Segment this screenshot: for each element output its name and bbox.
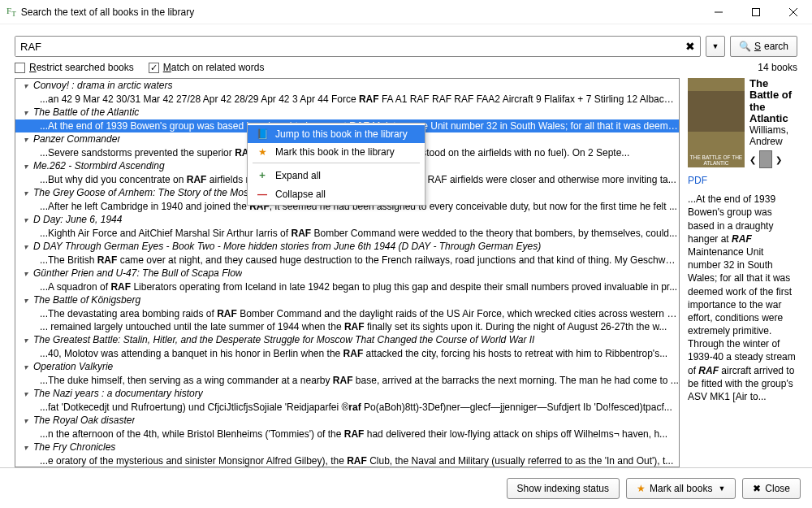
search-input[interactable] [15,37,680,56]
checkbox-icon: ✓ [149,63,159,73]
result-snippet[interactable]: ...40, Molotov was attending a banquet i… [15,347,679,360]
snippet-preview: ...At the end of 1939 Bowen's group was … [688,193,797,403]
ctx-mark-book[interactable]: ★Mark this book in the library [248,143,425,161]
details-panel: THE BATTLE OF THE ATLANTIC The Battle of… [688,78,797,467]
result-count-label: 14 books [758,62,797,73]
restrict-checkbox[interactable]: Restrict searched books [15,62,134,73]
disclosure-icon[interactable]: ▾ [24,133,33,146]
star-icon: ★ [256,146,269,158]
match-related-checkbox[interactable]: ✓ Match on related words [149,62,265,73]
result-snippet[interactable]: ...The devastating area bombing raids of… [15,307,679,320]
result-snippet[interactable]: ... remained largely untouched until the… [15,320,679,333]
disclosure-icon[interactable]: ▾ [24,80,33,93]
close-button[interactable] [775,0,812,24]
close-dialog-button[interactable]: ✖Close [742,478,801,499]
svg-rect-1 [753,8,760,15]
plus-icon: ＋ [256,168,269,182]
result-snippet[interactable]: ...A squadron of RAF Liberators operatin… [15,280,679,293]
mark-all-books-button[interactable]: ★Mark all books▼ [626,478,736,499]
disclosure-icon[interactable]: ▾ [24,334,33,347]
result-snippet[interactable]: ...The British RAF came over at night, a… [15,254,679,267]
book-node[interactable]: ▾The Greatest Battle: Stalin, Hitler, an… [15,333,679,347]
ctx-expand-all[interactable]: ＋Expand all [248,165,425,185]
app-icon: FT [6,6,16,18]
book-icon: 📘 [256,128,269,140]
search-button[interactable]: 🔍 SSearchearch [730,36,797,57]
star-icon: ★ [637,483,646,494]
results-tree[interactable]: ▾Convoy! : drama in arctic waters...an 4… [15,78,680,467]
disclosure-icon[interactable]: ▾ [24,160,33,173]
result-snippet[interactable]: ...Kighth Air Force and AitChief Marshal… [15,227,679,240]
result-snippet[interactable]: ...The duke himself, then serving as a w… [15,374,679,387]
book-node[interactable]: ▾Convoy! : drama in arctic waters [15,79,679,93]
book-node[interactable]: ▾The Royal Oak disaster [15,414,679,428]
ctx-collapse-all[interactable]: —Collapse all [248,185,425,203]
prev-cover-icon[interactable]: ❮ [749,155,756,164]
search-field-wrap: ✖ [15,36,701,57]
next-cover-icon[interactable]: ❯ [775,155,782,164]
result-snippet[interactable]: ...an 42 9 Mar 42 30/31 Mar 42 27/28 Apr… [15,93,679,106]
book-node[interactable]: ▾The Fry Chronicles [15,441,679,454]
disclosure-icon[interactable]: ▾ [24,106,33,119]
close-icon: ✖ [753,483,761,494]
window-title: Search the text of all books in the libr… [21,7,700,18]
chevron-down-icon: ▼ [711,42,719,50]
separator [253,163,420,163]
disclosure-icon[interactable]: ▾ [24,267,33,280]
checkbox-icon [15,63,25,73]
book-node[interactable]: ▾D Day: June 6, 1944 [15,213,679,227]
book-node[interactable]: ▾D DAY Through German Eyes - Book Two - … [15,240,679,254]
chevron-down-icon: ▼ [718,484,725,493]
search-button-accel: S [754,41,761,52]
format-link-pdf[interactable]: PDF [688,175,797,186]
disclosure-icon[interactable]: ▾ [24,187,33,200]
book-node[interactable]: ▾Operation Valkyrie [15,360,679,374]
disclosure-icon[interactable]: ▾ [24,241,33,254]
disclosure-icon[interactable]: ▾ [24,441,33,454]
disclosure-icon[interactable]: ▾ [24,294,33,307]
book-node[interactable]: ▾The Nazi years : a documentary history [15,387,679,401]
minimize-button[interactable] [700,0,737,24]
magnifier-icon: 🔍 [739,41,751,52]
clear-search-icon[interactable]: ✖ [680,37,700,56]
indexing-status-button[interactable]: Show indexing status [507,478,620,499]
ctx-jump-to-book[interactable]: 📘Jump to this book in the library [248,125,425,143]
context-menu: 📘Jump to this book in the library ★Mark … [247,123,425,206]
book-node[interactable]: ▾Günther Prien and U-47: The Bull of Sca… [15,267,679,280]
disclosure-icon[interactable]: ▾ [24,361,33,374]
maximize-button[interactable] [737,0,775,24]
search-history-dropdown[interactable]: ▼ [706,36,725,57]
disclosure-icon[interactable]: ▾ [24,388,33,401]
book-node[interactable]: ▾The Battle of the Atlantic [15,106,679,119]
book-title: The Battle of the Atlantic [749,78,797,124]
result-snippet[interactable]: ...e oratory of the mysterious and sinis… [15,454,679,467]
disclosure-icon[interactable]: ▾ [24,415,33,428]
book-author: Williams, Andrew [749,124,797,147]
minus-icon: — [256,189,269,200]
titlebar: FT Search the text of all books in the l… [0,0,812,24]
book-cover[interactable]: THE BATTLE OF THE ATLANTIC [688,78,745,167]
disclosure-icon[interactable]: ▾ [24,214,33,227]
result-snippet[interactable]: ...fat 'Dotkecedjt und Rufroertung) und … [15,401,679,414]
book-node[interactable]: ▾The Battle of Königsberg [15,293,679,307]
result-snippet[interactable]: ...n the afternoon of the 4th, while Bri… [15,428,679,441]
cover-thumbnail[interactable] [759,150,772,168]
